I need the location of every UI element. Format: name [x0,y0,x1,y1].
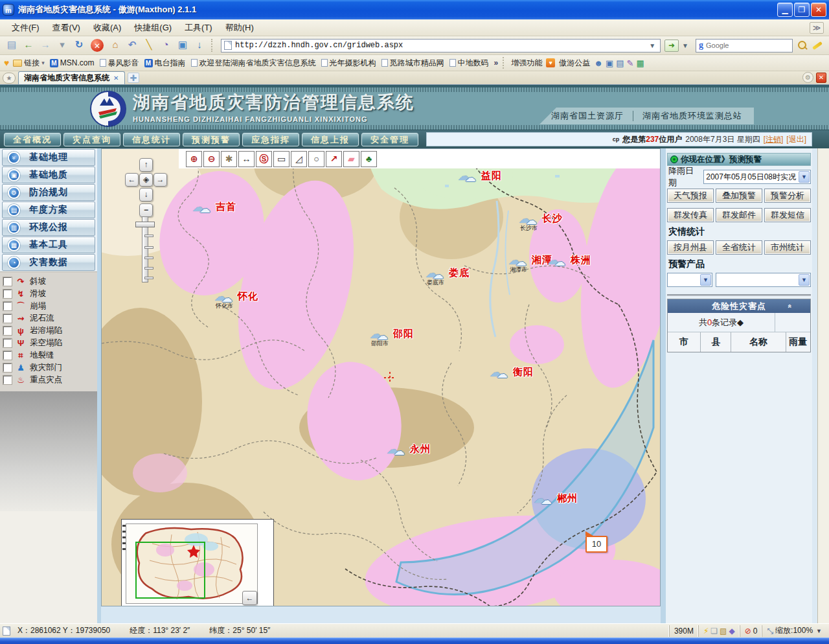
市州统计-button[interactable]: 市州统计 [764,240,811,255]
sidebar-item-防治规划[interactable]: ⚙防治规划 [2,184,95,201]
links-folder[interactable]: 链接▾ [12,58,46,69]
群发传真-button[interactable]: 群发传真 [667,208,714,222]
cube-icon[interactable]: ▦ [636,58,644,68]
pan-down-button[interactable]: ↓ [139,188,153,201]
new-window-icon[interactable]: ▧ [720,627,727,636]
go-dropdown-icon[interactable]: ▼ [680,42,690,49]
menu-item[interactable]: 收藏(A) [87,20,128,36]
map-pan-button[interactable]: ✱ [221,151,237,167]
nav-tab-信息上报[interactable]: 信息上报 [302,133,359,146]
search-box[interactable]: g ▼ [696,39,793,52]
collapse-chevron-icon[interactable]: « [786,304,793,308]
overview-map[interactable] [126,523,258,604]
map-select-s-button[interactable]: Ⓢ [256,151,272,167]
rainfall-callout-marker[interactable]: 10 [585,536,608,553]
inset-collapse-button[interactable]: ← [242,591,257,605]
charity-link[interactable]: 傲游公益 [558,58,591,69]
search-magnifier-icon[interactable] [798,41,807,50]
popup-blocked-counter[interactable]: ⊘0 [740,625,762,637]
forward-button[interactable]: → [38,38,53,53]
layer-checkbox[interactable] [3,327,12,335]
layer-checkbox[interactable] [3,277,12,286]
map-view[interactable]: ⊕⊖✱↔Ⓢ▭◿○↗▰♣ ↑ ← ◈ → ↓ − [101,148,661,606]
map-zoom-out-button[interactable]: ⊖ [203,151,220,167]
nav-tab-应急指挥[interactable]: 应急指挥 [242,133,299,146]
link-item[interactable]: 觅路城市精品网 [380,58,446,69]
群发短信-button[interactable]: 群发短信 [764,208,811,222]
minimize-button[interactable]: ▁ [777,3,793,17]
layer-checkbox[interactable] [3,290,12,298]
nav-tab-信息统计[interactable]: 信息统计 [123,133,180,146]
rain-date-select[interactable]: 2007年05月05日08时实况 ▼ [703,170,811,184]
product-select-1[interactable]: ▼ [667,273,712,287]
address-dropdown-icon[interactable]: ▼ [647,42,657,49]
link-item[interactable]: MMSN.com [49,58,96,67]
tab-tools-button[interactable]: ⚙ [802,72,813,83]
layer-checkbox[interactable] [3,339,12,347]
logout-link[interactable]: [注销] [764,134,784,145]
panel-splitter[interactable] [661,148,666,623]
tab-close-icon[interactable]: ✕ [113,75,119,82]
city-marker-邵阳[interactable]: ☁☁邵阳市邵阳 [370,327,414,341]
danger-points-header[interactable]: 危险性灾害点 « [668,299,810,313]
预警分析-button[interactable]: 预警分析 [764,189,811,203]
link-item[interactable]: 光年摄影机构 [320,58,378,69]
address-input[interactable] [235,41,647,50]
sidebar-item-年度方案[interactable]: ▤年度方案 [2,201,95,218]
sidebar-item-灾害数据[interactable]: ◔灾害数据 [2,254,95,271]
sidebar-item-基础地质[interactable]: ▣基础地质 [2,167,95,183]
org-right-link[interactable]: 湖南省地质环境监测总站 [642,110,742,122]
sidebar-item-基础地理[interactable]: »基础地理 [2,149,95,166]
map-full-extent-button[interactable]: ♣ [361,151,377,167]
pens-icon[interactable]: ✎ [626,58,633,68]
layer-checkbox[interactable] [3,351,12,360]
nav-tab-全省概况[interactable]: 全省概况 [4,133,61,146]
menu-item[interactable]: 查看(V) [46,20,87,36]
download-button[interactable]: ↓ [192,38,207,53]
zoom-minus-button[interactable]: − [139,203,153,217]
layer-checkbox[interactable] [3,314,12,323]
tab-active[interactable]: 湖南省地质灾害信息系统 ✕ [18,71,125,84]
pan-up-button[interactable]: ↑ [139,158,153,172]
按月州县-button[interactable]: 按月州县 [667,240,714,255]
links-overflow-button[interactable]: » [494,58,499,67]
link-item[interactable]: 欢迎登陆湖南省地质灾害信息系统 [190,58,317,69]
history-button[interactable]: ◔ [158,38,174,53]
link-item[interactable]: 暴风影音 [98,58,141,69]
viewport-rectangle[interactable] [135,542,205,599]
down-menu-button[interactable]: ▾ [54,38,70,53]
back-button[interactable]: ← [21,38,36,53]
叠加预警-button[interactable]: 叠加预警 [716,189,762,203]
link-item[interactable]: M电台指南 [143,58,187,69]
restore-button[interactable]: ❐ [794,3,810,17]
home-button[interactable]: ⌂ [108,38,123,53]
pan-left-button[interactable]: ← [125,173,139,187]
windows-taskbar-edge[interactable] [0,638,829,644]
filter-icon[interactable]: ◆ [729,627,734,636]
map-polygon-select-button[interactable]: ◿ [291,151,307,167]
layer-checkbox[interactable] [3,363,12,372]
favorites-heart-icon[interactable]: ♥ [4,58,9,68]
map-circle-select-button[interactable]: ○ [308,151,324,167]
new-page-button[interactable]: ▤ [4,38,19,53]
city-marker-长沙[interactable]: ☁☁长沙市长沙 [519,211,563,225]
sidebar-item-环境公报[interactable]: ▥环境公报 [2,219,95,236]
sidebar-item-基本工具[interactable]: ▦基本工具 [2,236,95,253]
city-marker-湘潭[interactable]: ☁☁湘潭市湘潭 [508,253,552,267]
map-zoom-in-button[interactable]: ⊕ [186,151,202,167]
page-zoom-control[interactable]: ⤡ 缩放:100%▼ [762,625,826,637]
exit-link[interactable]: [退出] [786,134,806,145]
menu-item[interactable]: 帮助(H) [219,20,260,36]
menu-item[interactable]: 工具(T) [178,20,219,36]
tab-star-button[interactable]: ★ [3,73,16,84]
menu-item[interactable]: 快捷组(G) [128,20,178,36]
city-marker-吉首[interactable]: ☁☁吉首 [192,200,236,214]
zoom-slider-handle[interactable] [135,222,155,227]
map-eraser-button[interactable]: ▰ [343,151,359,167]
enhance-link[interactable]: 增强功能 [510,58,543,69]
go-button[interactable]: ➜ [664,40,679,52]
nav-tab-预测预警[interactable]: 预测预警 [183,133,240,146]
link-item[interactable]: 中地数码 [448,58,490,69]
magic-wand-button[interactable]: ╲ [141,38,157,53]
chevron-down-icon[interactable]: ▼ [700,274,711,286]
